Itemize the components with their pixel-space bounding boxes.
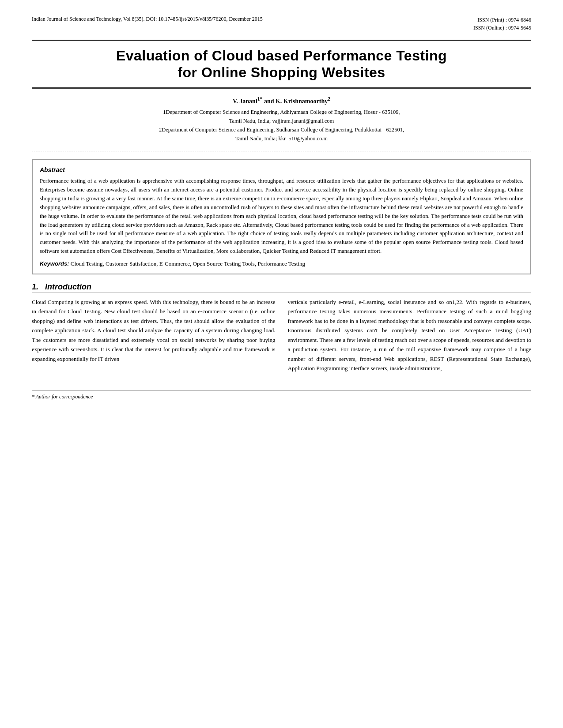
section-number: 1. bbox=[32, 282, 38, 291]
title-line1: Evaluation of Cloud based Performance Te… bbox=[32, 47, 531, 64]
issn-print: ISSN (Print) : 0974-6846 bbox=[473, 16, 531, 24]
section-title: 1. Introduction bbox=[32, 282, 531, 293]
affiliation1b: Tamil Nadu, India; vajjiram.janani@gmail… bbox=[32, 116, 531, 125]
authors-names: V. Janani1* and K. Krishnamoorthy2 bbox=[32, 97, 531, 105]
keywords-line: Keywords: Cloud Testing, Customer Satisf… bbox=[40, 260, 523, 267]
authors-section: V. Janani1* and K. Krishnamoorthy2 1Depa… bbox=[32, 97, 531, 143]
footnote: * Author for correspondence bbox=[32, 390, 531, 400]
paper-title: Evaluation of Cloud based Performance Te… bbox=[32, 47, 531, 81]
abstract-title: Abstract bbox=[40, 166, 523, 173]
two-column-content: Cloud Computing is growing at an express… bbox=[32, 297, 531, 373]
title-section: Evaluation of Cloud based Performance Te… bbox=[32, 40, 531, 89]
issn-info: ISSN (Print) : 0974-6846 ISSN (Online) :… bbox=[473, 16, 531, 32]
keywords-label: Keywords: bbox=[40, 260, 69, 267]
keywords-text: Cloud Testing, Customer Satisfaction, E-… bbox=[71, 260, 305, 267]
intro-text-left: Cloud Computing is growing at an express… bbox=[32, 297, 276, 364]
abstract-text: Performance testing of a web application… bbox=[40, 177, 523, 255]
page-header: Indian Journal of Science and Technology… bbox=[32, 16, 531, 32]
footnote-text: * Author for correspondence bbox=[32, 394, 93, 400]
affiliation1: 1Department of Computer Science and Engi… bbox=[32, 108, 531, 116]
introduction-section: 1. Introduction Cloud Computing is growi… bbox=[32, 282, 531, 373]
section-name: Introduction bbox=[45, 282, 91, 291]
intro-text-right: verticals particularly e-retail, e-Learn… bbox=[288, 297, 532, 373]
section-divider bbox=[32, 151, 531, 151]
issn-online: ISSN (Online) : 0974-5645 bbox=[473, 24, 531, 32]
journal-detail: Vol 8(35). DOI: 10.17485/ijst/2015/v8i35… bbox=[123, 16, 263, 22]
authors-names-text: V. Janani1* and K. Krishnamoorthy2 bbox=[233, 98, 330, 105]
journal-info: Indian Journal of Science and Technology… bbox=[32, 16, 263, 23]
authors-affiliations: 1Department of Computer Science and Engi… bbox=[32, 108, 531, 143]
journal-name: Indian Journal of Science and Technology… bbox=[32, 16, 122, 22]
column-left: Cloud Computing is growing at an express… bbox=[32, 297, 276, 373]
column-right: verticals particularly e-retail, e-Learn… bbox=[288, 297, 532, 373]
abstract-section: Abstract Performance testing of a web ap… bbox=[32, 159, 531, 274]
title-line2: for Online Shopping Websites bbox=[32, 64, 531, 81]
affiliation2: 2Department of Computer Science and Engi… bbox=[32, 125, 531, 134]
affiliation2b: Tamil Nadu, India; kkr_510@yahoo.co.in bbox=[32, 134, 531, 143]
page: Indian Journal of Science and Technology… bbox=[0, 0, 563, 728]
